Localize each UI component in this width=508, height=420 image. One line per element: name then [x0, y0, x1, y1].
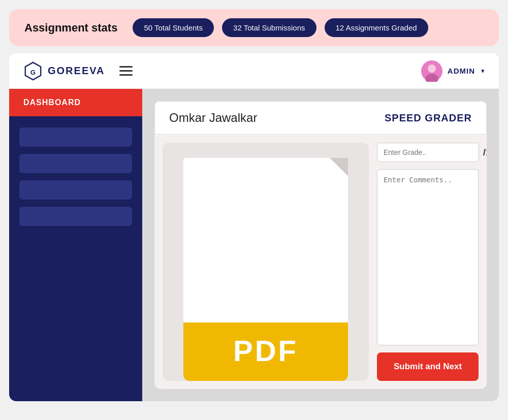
grade-row: /100 [377, 143, 479, 162]
sidebar-item-1[interactable] [19, 127, 132, 147]
logo-area: G GOREEVA [23, 61, 105, 81]
grader-card: Omkar Jawalkar SPEED GRADER PDF [154, 101, 487, 389]
sidebar: DASHBOARD [9, 89, 142, 401]
stats-title: Assignment stats [24, 21, 117, 35]
grade-input[interactable] [377, 143, 479, 162]
main-panel: Omkar Jawalkar SPEED GRADER PDF [142, 89, 499, 401]
grader-body: PDF /100 Submit and Next [154, 135, 487, 389]
admin-avatar [421, 60, 442, 82]
speed-grader-title: SPEED GRADER [385, 112, 472, 124]
stats-bar: Assignment stats 50 Total Students 32 To… [9, 9, 499, 46]
svg-point-3 [428, 64, 436, 73]
logo-text: GOREEVA [48, 65, 105, 77]
submit-next-button[interactable]: Submit and Next [377, 352, 479, 381]
svg-text:G: G [30, 68, 36, 76]
stats-badges: 50 Total Students 32 Total Submissions 1… [133, 18, 428, 37]
pdf-preview: PDF [163, 143, 369, 381]
logo-icon: G [23, 61, 43, 81]
badge-assignments-graded: 12 Assignments Graded [325, 18, 428, 37]
sidebar-item-2[interactable] [19, 154, 132, 173]
navbar: G GOREEVA ADMIN ▾ [9, 53, 499, 89]
content-area: DASHBOARD Omkar Jawalkar SPEED GRADER [9, 89, 499, 401]
pdf-page [183, 158, 348, 322]
grade-panel: /100 Submit and Next [377, 143, 479, 381]
sidebar-item-4[interactable] [19, 207, 132, 226]
sidebar-items [9, 116, 142, 237]
main-wrapper: G GOREEVA ADMIN ▾ DASHBOARD [9, 53, 499, 401]
pdf-banner: PDF [183, 322, 348, 381]
pdf-label: PDF [233, 334, 298, 368]
admin-menu[interactable]: ADMIN ▾ [421, 60, 485, 82]
admin-label: ADMIN [448, 67, 475, 75]
badge-total-submissions: 32 Total Submissions [222, 18, 316, 37]
grade-max: /100 [483, 147, 487, 158]
comments-textarea[interactable] [377, 169, 479, 345]
chevron-down-icon: ▾ [481, 67, 485, 75]
hamburger-menu[interactable] [119, 66, 133, 76]
sidebar-item-3[interactable] [19, 180, 132, 200]
grader-header: Omkar Jawalkar SPEED GRADER [154, 101, 487, 135]
sidebar-dashboard[interactable]: DASHBOARD [9, 89, 142, 116]
student-name: Omkar Jawalkar [169, 111, 257, 125]
badge-total-students: 50 Total Students [133, 18, 214, 37]
